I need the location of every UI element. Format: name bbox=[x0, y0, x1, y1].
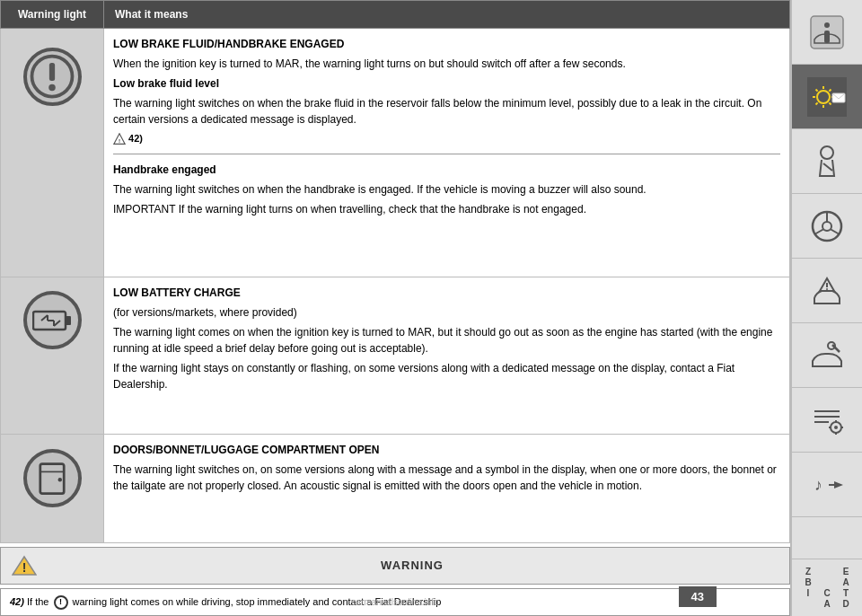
watermark: carmanualsonline.info bbox=[351, 597, 438, 607]
icon-cell-2 bbox=[1, 435, 104, 543]
tools-icon bbox=[807, 336, 847, 375]
icon-cell-1 bbox=[1, 277, 104, 434]
svg-line-7 bbox=[41, 315, 48, 321]
svg-point-2 bbox=[48, 84, 56, 92]
bold-text: Low brake fluid level bbox=[113, 77, 219, 90]
paragraph-text: (for versions/markets, where provided) bbox=[113, 304, 780, 321]
music-nav-icon: ♪ bbox=[807, 465, 847, 505]
svg-point-13 bbox=[58, 478, 62, 481]
svg-rect-1 bbox=[49, 63, 55, 81]
svg-point-34 bbox=[822, 222, 831, 231]
text-cell-0: LOW BRAKE FLUID/HANDBRAKE ENGAGEDWhen th… bbox=[104, 29, 790, 277]
steering-icon bbox=[807, 207, 847, 246]
paragraph-text: The warning light switches on when the h… bbox=[113, 181, 780, 198]
battery-icon bbox=[32, 308, 72, 333]
sidebar-item-hazard[interactable] bbox=[792, 259, 862, 323]
col-header-meaning: What it means bbox=[104, 1, 790, 29]
svg-line-36 bbox=[814, 229, 823, 234]
info-icon bbox=[807, 13, 847, 52]
bold-text: LOW BATTERY CHARGE bbox=[113, 286, 241, 299]
exclaim-circle-icon bbox=[30, 54, 75, 99]
warning-banner: ! WARNING bbox=[0, 547, 790, 585]
warning-table: Warning light What it means LOW BRAKE FL… bbox=[0, 0, 790, 543]
sidebar-item-gear[interactable] bbox=[792, 388, 862, 453]
note-triangle-icon: ! bbox=[113, 133, 126, 145]
sidebar-alphabet: ZE BA ICT AD bbox=[792, 559, 862, 616]
bold-text: LOW BRAKE FLUID/HANDBRAKE ENGAGED bbox=[113, 38, 344, 50]
hazard-icon bbox=[807, 271, 847, 311]
svg-point-31 bbox=[821, 146, 833, 159]
paragraph-text: IMPORTANT If the warning light turns on … bbox=[113, 201, 780, 217]
gear-settings-icon bbox=[807, 400, 847, 440]
text-cell-1: LOW BATTERY CHARGE(for versions/markets,… bbox=[104, 277, 790, 434]
warning-triangle-icon: ! bbox=[12, 555, 37, 576]
footnote-number: 42) bbox=[10, 596, 24, 607]
svg-line-32 bbox=[823, 163, 832, 171]
sidebar-item-seatbelt[interactable] bbox=[792, 129, 862, 194]
svg-line-11 bbox=[54, 321, 60, 326]
paragraph-text: The warning light comes on when the igni… bbox=[113, 324, 780, 356]
svg-rect-6 bbox=[66, 316, 71, 325]
sidebar-item-music-nav[interactable]: ♪ bbox=[792, 453, 862, 517]
svg-text:♪: ♪ bbox=[814, 476, 822, 494]
sidebar-item-info[interactable] bbox=[792, 0, 862, 65]
warning-light-active-icon bbox=[807, 77, 847, 117]
sidebar-item-tools[interactable] bbox=[792, 323, 862, 388]
paragraph-text: The warning light switches on when the b… bbox=[113, 95, 780, 128]
svg-rect-19 bbox=[824, 31, 830, 43]
page-number: 43 bbox=[679, 586, 717, 607]
icon-cell-0 bbox=[1, 29, 104, 277]
bold-text: DOORS/BONNET/LUGGAGE COMPARTMENT OPEN bbox=[113, 444, 379, 456]
section-divider bbox=[113, 154, 780, 154]
paragraph-text: When the ignition key is turned to MAR, … bbox=[113, 56, 780, 72]
note-text: ! 42) bbox=[113, 131, 780, 146]
warning-banner-text: WARNING bbox=[46, 559, 778, 572]
bold-text: Handbrake engaged bbox=[113, 163, 216, 176]
door-icon bbox=[32, 458, 72, 497]
paragraph-text: The warning light switches on, on some v… bbox=[113, 462, 780, 494]
sidebar-item-warning-light[interactable] bbox=[792, 65, 862, 129]
text-cell-2: DOORS/BONNET/LUGGAGE COMPARTMENT OPENThe… bbox=[104, 435, 790, 543]
svg-point-18 bbox=[824, 22, 830, 28]
svg-text:!: ! bbox=[22, 560, 27, 575]
sidebar-item-steering[interactable] bbox=[792, 194, 862, 259]
paragraph-text: If the warning light stays on constantly… bbox=[113, 360, 780, 392]
svg-line-37 bbox=[831, 229, 840, 234]
footnote-icon: ! bbox=[54, 595, 68, 610]
svg-point-47 bbox=[834, 426, 838, 429]
svg-text:!: ! bbox=[119, 137, 120, 144]
svg-point-40 bbox=[826, 288, 828, 290]
col-header-warning: Warning light bbox=[1, 1, 104, 29]
sidebar: ♪ ZE BA ICT AD bbox=[790, 0, 862, 616]
seatbelt-icon bbox=[807, 142, 847, 181]
footnote-text-before: If the bbox=[27, 596, 52, 607]
